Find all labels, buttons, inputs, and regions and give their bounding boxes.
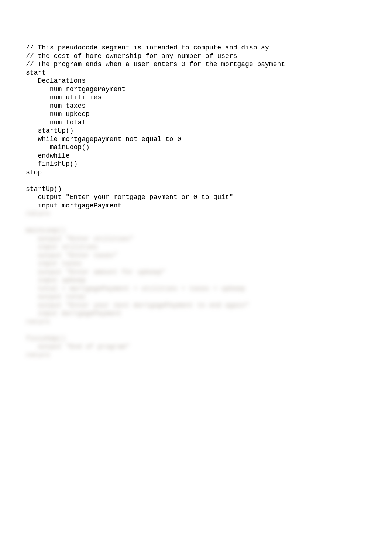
blurred-code-line: total = mortgagePayment + utilities + ta… [26,285,245,292]
code-line: startUp() [26,185,62,193]
blurred-code-line: return [26,210,50,217]
blurred-code-line: finishUp() [26,335,66,342]
blurred-code-line: output "End of program" [26,343,130,350]
code-line: input mortgagePayment [26,202,121,209]
blurred-code-line: output total [26,293,86,301]
comment-line: // the cost of home ownership for any nu… [26,52,237,60]
code-line: mainLoop() [26,144,90,151]
code-line: finishUp() [26,160,78,168]
code-line: start [26,69,46,76]
code-line: num utilities [26,94,102,101]
blurred-code-line: mainLoop() [26,227,66,234]
code-line: Declarations [26,77,86,85]
blurred-code-line: output "Enter amount for upkeep" [26,268,165,276]
code-line: num taxes [26,102,86,110]
code-line: output "Enter your mortgage payment or 0… [26,193,233,201]
code-line: num mortgagePayment [26,86,125,93]
pseudocode-block: // This pseudocode segment is intended t… [26,44,392,359]
code-line: endwhile [26,152,70,159]
code-line: while mortgagepayment not equal to 0 [26,135,181,143]
blurred-code-line: output "Enter your next mortgagePayment … [26,302,249,309]
blurred-code-line: input taxes [26,260,82,267]
code-line: num total [26,119,86,126]
code-line: num upkeep [26,110,90,118]
blurred-code-line: return [26,351,50,359]
code-line: stop [26,169,42,176]
blurred-code-line: return [26,318,50,326]
code-line: startUp() [26,127,74,134]
blurred-code-line: input mortgagePayment [26,310,121,317]
comment-line: // The program ends when a user enters 0… [26,61,285,68]
blurred-code-line: input upkeep [26,277,86,284]
blurred-code-line: output "Enter taxes" [26,252,117,259]
comment-line: // This pseudocode segment is intended t… [26,44,269,51]
blurred-code-line: output "Enter utilities" [26,235,134,243]
blurred-code-line: input utilities [26,243,97,251]
